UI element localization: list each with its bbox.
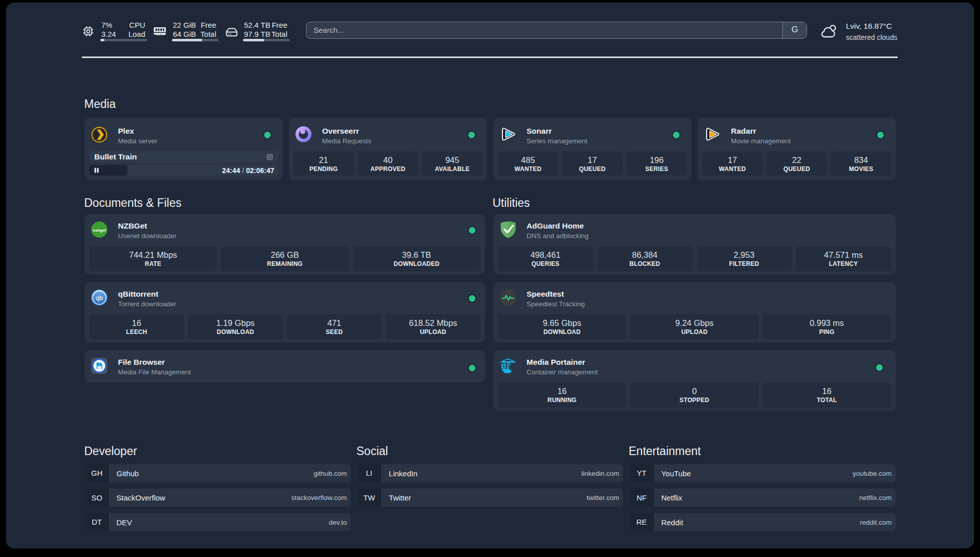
- svg-text:qb: qb: [96, 294, 103, 302]
- svg-text:nzbget: nzbget: [93, 228, 106, 233]
